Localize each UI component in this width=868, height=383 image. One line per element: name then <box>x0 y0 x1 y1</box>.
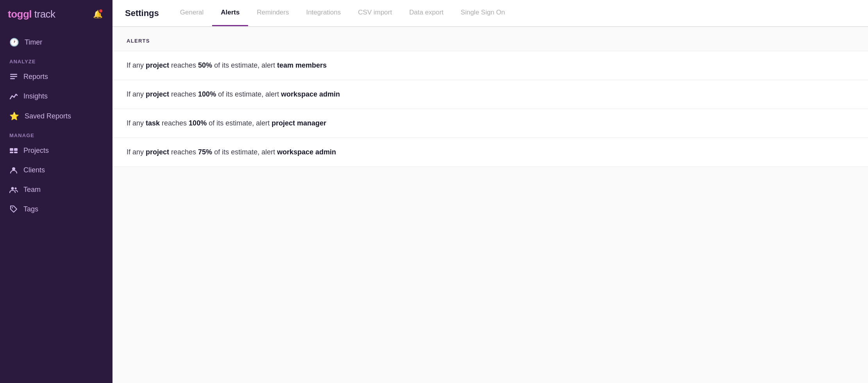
main-content: Settings General Alerts Reminders Integr… <box>113 0 868 383</box>
alert-4-entity: project <box>146 148 169 156</box>
clients-icon <box>9 166 18 174</box>
content-area: ALERTS If any project reaches 50% of its… <box>113 27 868 383</box>
sidebar-item-label-projects: Projects <box>23 147 49 155</box>
alert-4-suffix: of its estimate, alert <box>212 148 277 156</box>
logo[interactable]: toggl track <box>8 8 55 20</box>
svg-point-9 <box>15 188 17 190</box>
tab-csv-import[interactable]: CSV import <box>350 0 401 26</box>
sidebar-item-label-team: Team <box>23 186 41 194</box>
alert-1-suffix: of its estimate, alert <box>212 61 277 69</box>
reports-icon <box>9 72 18 81</box>
sidebar-item-label-clients: Clients <box>23 166 45 174</box>
svg-rect-1 <box>10 76 17 77</box>
alert-2-suffix: of its estimate, alert <box>216 90 281 98</box>
top-bar: Settings General Alerts Reminders Integr… <box>113 0 868 27</box>
svg-rect-0 <box>10 74 17 75</box>
sidebar-item-team[interactable]: Team <box>0 180 113 199</box>
clock-icon: 🕐 <box>9 38 19 47</box>
alert-1-prefix: If any <box>127 61 146 69</box>
alert-1-threshold: 50% <box>198 61 212 69</box>
insights-icon <box>9 92 18 100</box>
alert-3-target: project manager <box>271 119 326 127</box>
sidebar-item-timer[interactable]: 🕐 Timer <box>0 32 113 52</box>
sidebar: toggl track 🔔 🕐 Timer ANALYZE Reports <box>0 0 113 383</box>
sidebar-item-label-timer: Timer <box>25 38 42 47</box>
alert-3-suffix: of its estimate, alert <box>207 119 271 127</box>
svg-rect-4 <box>14 148 18 151</box>
star-icon: ⭐ <box>9 111 19 121</box>
svg-point-8 <box>11 187 14 190</box>
notification-bell[interactable]: 🔔 <box>91 7 105 21</box>
alert-4-target: workspace admin <box>277 148 336 156</box>
sidebar-section-manage: MANAGE <box>0 126 113 141</box>
svg-point-7 <box>12 167 15 170</box>
svg-rect-3 <box>10 148 13 151</box>
sidebar-item-reports[interactable]: Reports <box>0 67 113 86</box>
tab-data-export[interactable]: Data export <box>400 0 452 26</box>
sidebar-item-insights[interactable]: Insights <box>0 86 113 106</box>
alert-3-prefix: If any <box>127 119 146 127</box>
sidebar-nav: 🕐 Timer ANALYZE Reports Insights <box>0 28 113 383</box>
tab-integrations[interactable]: Integrations <box>298 0 350 26</box>
tab-general[interactable]: General <box>171 0 212 26</box>
alert-1-entity: project <box>146 61 169 69</box>
sidebar-item-label-saved-reports: Saved Reports <box>25 112 71 120</box>
alerts-section-header: ALERTS <box>113 27 868 51</box>
svg-rect-5 <box>10 152 13 153</box>
tab-single-sign-on[interactable]: Single Sign On <box>452 0 513 26</box>
sidebar-item-label-insights: Insights <box>23 92 48 100</box>
alert-2-target: workspace admin <box>281 90 340 98</box>
tab-reminders[interactable]: Reminders <box>248 0 297 26</box>
top-nav-tabs: General Alerts Reminders Integrations CS… <box>171 0 514 26</box>
logo-track: track <box>32 8 55 20</box>
alert-row-4: If any project reaches 75% of its estima… <box>113 138 868 167</box>
alert-row-3: If any task reaches 100% of its estimate… <box>113 109 868 138</box>
projects-icon <box>9 146 18 155</box>
sidebar-section-analyze: ANALYZE <box>0 52 113 67</box>
svg-rect-6 <box>14 152 18 153</box>
alert-2-entity: project <box>146 90 169 98</box>
svg-rect-2 <box>10 78 15 79</box>
alert-3-middle: reaches <box>160 119 189 127</box>
sidebar-header: toggl track 🔔 <box>0 0 113 28</box>
sidebar-item-clients[interactable]: Clients <box>0 160 113 180</box>
alert-4-prefix: If any <box>127 148 146 156</box>
alert-4-threshold: 75% <box>198 148 212 156</box>
alert-4-middle: reaches <box>169 148 198 156</box>
sidebar-item-label-reports: Reports <box>23 73 48 81</box>
tags-icon <box>9 205 18 213</box>
sidebar-item-label-tags: Tags <box>23 205 38 213</box>
notification-dot <box>98 9 103 13</box>
alert-row-2: If any project reaches 100% of its estim… <box>113 80 868 109</box>
alert-3-threshold: 100% <box>189 119 207 127</box>
sidebar-item-projects[interactable]: Projects <box>0 141 113 160</box>
team-icon <box>9 185 18 194</box>
svg-point-10 <box>12 207 13 208</box>
sidebar-item-saved-reports[interactable]: ⭐ Saved Reports <box>0 106 113 126</box>
tab-alerts[interactable]: Alerts <box>212 0 248 26</box>
page-title: Settings <box>125 8 159 18</box>
alert-2-threshold: 100% <box>198 90 216 98</box>
sidebar-item-tags[interactable]: Tags <box>0 199 113 219</box>
alert-3-entity: task <box>146 119 160 127</box>
logo-toggl: toggl <box>8 8 32 20</box>
alert-1-middle: reaches <box>169 61 198 69</box>
alert-1-target: team members <box>277 61 327 69</box>
alert-row-1: If any project reaches 50% of its estima… <box>113 51 868 80</box>
alert-2-prefix: If any <box>127 90 146 98</box>
alert-2-middle: reaches <box>169 90 198 98</box>
